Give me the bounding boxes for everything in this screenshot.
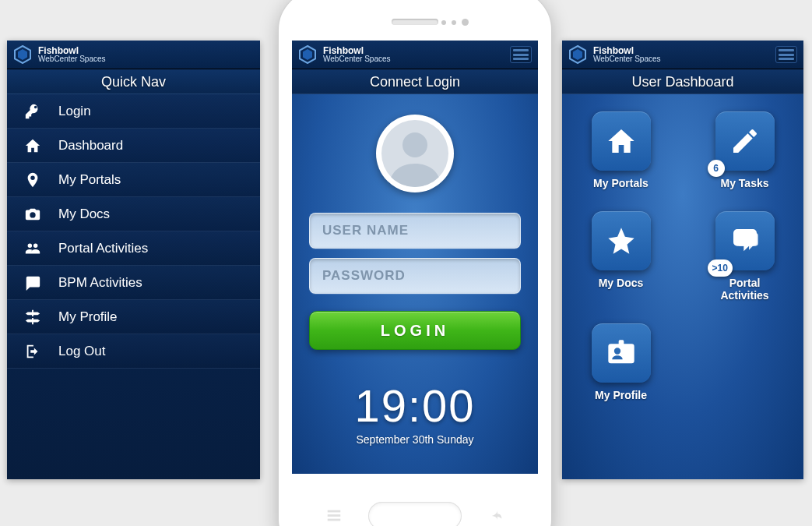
star-icon bbox=[606, 225, 637, 256]
nav-item-label: My Profile bbox=[58, 309, 118, 325]
phone-mockup: Fishbowl WebCenter Spaces Connect Login … bbox=[279, 0, 551, 526]
clock-date: September 30th Sunday bbox=[354, 433, 475, 446]
nav-item-label: Login bbox=[58, 104, 91, 119]
idcard-icon bbox=[606, 337, 637, 369]
home-icon bbox=[606, 125, 637, 157]
camera-icon bbox=[21, 206, 44, 223]
nav-item-login[interactable]: Login bbox=[7, 94, 260, 129]
key-icon bbox=[21, 103, 44, 120]
clock-time: 19:00 bbox=[354, 379, 475, 432]
svg-rect-4 bbox=[328, 510, 341, 513]
nav-item-label: Dashboard bbox=[58, 138, 123, 154]
app-logo-icon bbox=[568, 45, 587, 64]
tile: >10 bbox=[715, 211, 775, 270]
app-subtitle: WebCenter Spaces bbox=[38, 55, 106, 63]
appbar: Fishbowl WebCenter Spaces bbox=[562, 41, 803, 69]
svg-rect-6 bbox=[328, 519, 341, 521]
quick-nav-list: LoginDashboardMy PortalsMy DocsPortal Ac… bbox=[7, 94, 260, 369]
app-subtitle: WebCenter Spaces bbox=[593, 55, 661, 63]
phone-sensor-icon bbox=[441, 20, 446, 25]
phone-camera-icon bbox=[462, 19, 469, 26]
tile-label: My Profile bbox=[595, 389, 647, 401]
tile-label: My Docs bbox=[599, 277, 644, 289]
app-logo-icon bbox=[13, 45, 32, 64]
svg-rect-5 bbox=[328, 514, 341, 517]
nav-item-log-out[interactable]: Log Out bbox=[7, 334, 260, 369]
nav-item-portal-activities[interactable]: Portal Activities bbox=[7, 231, 260, 266]
appbar: Fishbowl WebCenter Spaces bbox=[292, 41, 538, 69]
nav-item-label: Portal Activities bbox=[58, 241, 148, 256]
tile bbox=[592, 211, 651, 270]
dashboard-grid: My Portals6My TasksMy Docs>10Portal Acti… bbox=[562, 94, 803, 401]
tile: 6 bbox=[715, 111, 775, 171]
dash-tile-my-docs[interactable]: My Docs bbox=[592, 211, 651, 302]
phone-menu-icon bbox=[325, 507, 343, 524]
logout-icon bbox=[21, 343, 44, 360]
nav-item-my-docs[interactable]: My Docs bbox=[7, 197, 260, 231]
dashboard-panel: Fishbowl WebCenter Spaces User Dashboard… bbox=[562, 41, 803, 479]
menu-button[interactable] bbox=[510, 46, 532, 63]
tile-label: Portal Activities bbox=[706, 277, 784, 302]
pencil-icon bbox=[729, 125, 761, 157]
tile-label: My Portals bbox=[593, 177, 649, 189]
group-icon bbox=[21, 240, 44, 257]
dashboard-header: User Dashboard bbox=[562, 69, 803, 94]
login-panel: Fishbowl WebCenter Spaces Connect Login … bbox=[292, 41, 538, 474]
nav-item-label: BPM Activities bbox=[58, 275, 142, 291]
app-logo-icon bbox=[298, 45, 317, 64]
dash-tile-my-tasks[interactable]: 6My Tasks bbox=[715, 111, 775, 189]
nav-item-label: My Docs bbox=[58, 207, 110, 222]
tile bbox=[592, 323, 651, 383]
username-input[interactable] bbox=[309, 213, 521, 249]
password-input[interactable] bbox=[309, 258, 521, 294]
nav-item-bpm-activities[interactable]: BPM Activities bbox=[7, 266, 260, 300]
nav-item-my-portals[interactable]: My Portals bbox=[7, 163, 260, 197]
nav-item-label: My Portals bbox=[58, 172, 121, 188]
nav-item-my-profile[interactable]: My Profile bbox=[7, 300, 260, 334]
dash-tile-my-portals[interactable]: My Portals bbox=[592, 111, 651, 189]
signpost-icon bbox=[21, 309, 44, 326]
home-icon bbox=[21, 137, 44, 154]
phone-speaker-icon bbox=[392, 19, 438, 25]
phone-home-button bbox=[368, 502, 462, 526]
pin-icon bbox=[21, 171, 44, 189]
tile-label: My Tasks bbox=[721, 177, 769, 189]
app-subtitle: WebCenter Spaces bbox=[323, 55, 391, 63]
quick-nav-header: Quick Nav bbox=[7, 69, 260, 94]
chat-icon bbox=[729, 225, 761, 256]
dash-tile-my-profile[interactable]: My Profile bbox=[592, 323, 651, 401]
nav-item-dashboard[interactable]: Dashboard bbox=[7, 129, 260, 163]
badge: >10 bbox=[708, 259, 733, 277]
dash-tile-portal-activities[interactable]: >10Portal Activities bbox=[706, 211, 784, 302]
nav-item-label: Log Out bbox=[58, 344, 106, 359]
comment-icon bbox=[21, 274, 44, 291]
phone-back-icon bbox=[487, 507, 504, 524]
menu-button[interactable] bbox=[775, 46, 797, 63]
login-header: Connect Login bbox=[292, 69, 538, 94]
badge: 6 bbox=[708, 160, 725, 177]
avatar bbox=[376, 115, 454, 192]
tile bbox=[592, 111, 651, 171]
quick-nav-panel: Fishbowl WebCenter Spaces Quick Nav Logi… bbox=[7, 41, 260, 479]
phone-sensor-icon bbox=[452, 20, 456, 25]
person-icon bbox=[381, 120, 448, 187]
appbar: Fishbowl WebCenter Spaces bbox=[7, 41, 260, 69]
login-button[interactable]: LOGIN bbox=[309, 311, 521, 350]
clock: 19:00 September 30th Sunday bbox=[354, 379, 475, 446]
